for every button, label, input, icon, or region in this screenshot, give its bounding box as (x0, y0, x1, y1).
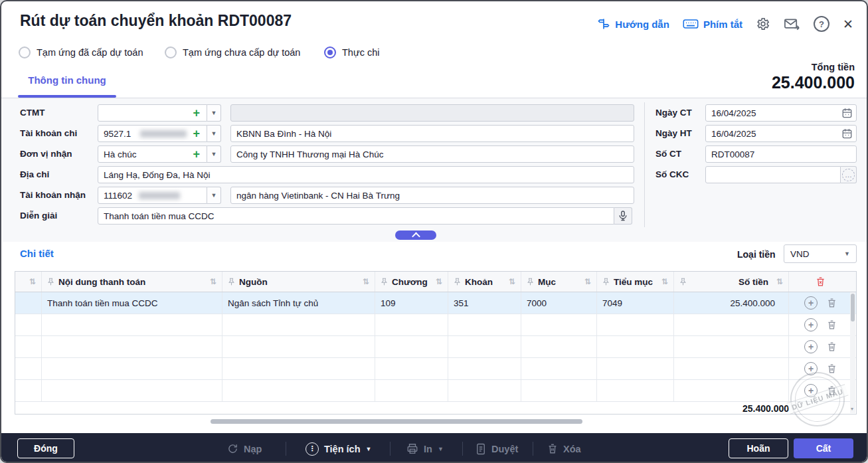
tai-khoan-chi-name-field[interactable] (230, 125, 634, 142)
send-mail-icon[interactable] (784, 17, 800, 31)
page-title: Rút dự toán chuyển khoản RDT00087 (20, 12, 292, 30)
settings-gear-icon[interactable] (756, 17, 770, 31)
add-row-icon[interactable]: + (804, 318, 818, 331)
add-row-icon[interactable]: + (804, 340, 818, 353)
sort-icon[interactable]: ⇅ (661, 277, 668, 286)
radio-circle-checked (324, 46, 336, 58)
so-ckc-field[interactable] (705, 166, 841, 183)
label-tai-khoan-chi: Tài khoản chi (20, 125, 77, 142)
dia-chi-field[interactable] (98, 166, 634, 183)
redacted-text (140, 130, 187, 138)
add-plus-icon[interactable]: + (193, 148, 200, 160)
ngay-ct-field[interactable] (705, 104, 857, 122)
delete-button[interactable]: Xóa (547, 433, 581, 463)
sort-icon[interactable]: ⇅ (509, 277, 515, 286)
shortcuts-link[interactable]: Phím tắt (683, 17, 742, 31)
pin-icon (381, 278, 388, 286)
vertical-scrollbar[interactable]: ▾ (850, 292, 855, 413)
cell-chuong[interactable]: 109 (375, 292, 448, 314)
ctmt-input[interactable] (98, 104, 207, 122)
horizontal-scrollbar-thumb[interactable] (211, 419, 582, 424)
sort-icon[interactable]: ⇅ (363, 277, 369, 286)
help-icon[interactable]: ? (814, 16, 829, 32)
sort-icon[interactable]: ⇅ (776, 277, 783, 286)
utilities-button[interactable]: ⋮ Tiện ích ▼ (305, 433, 371, 463)
guide-link[interactable]: Hướng dẫn (597, 17, 669, 31)
sort-icon[interactable]: ⇅ (436, 277, 442, 286)
table-row[interactable]: Thanh toán tiền mua CCDC Ngân sách Tỉnh … (15, 292, 856, 314)
don-vi-nhan-input[interactable] (98, 145, 207, 163)
so-ckc-picker-button[interactable]: … (841, 166, 857, 183)
pin-icon (602, 278, 610, 286)
vertical-scrollbar-thumb[interactable] (851, 294, 855, 322)
header-cell-noi-dung[interactable]: Nội dung thanh toán⇅ (42, 272, 222, 292)
cell-nguon[interactable]: Ngân sách Tỉnh tự chủ (222, 292, 375, 314)
save-button[interactable]: Cất (794, 438, 853, 458)
printer-icon (406, 443, 418, 454)
chevron-down-icon: ▼ (211, 110, 217, 116)
so-ct-field[interactable] (705, 145, 857, 163)
cell-noi-dung[interactable]: Thanh toán tiền mua CCDC (42, 292, 222, 314)
ngay-ht-group (705, 125, 857, 142)
header-cell-muc[interactable]: Mục⇅ (521, 272, 597, 292)
dien-giai-group (98, 207, 632, 225)
calendar-icon[interactable] (842, 128, 852, 139)
cell-tieu-muc[interactable]: 7049 (597, 292, 674, 314)
add-plus-icon[interactable]: + (193, 107, 200, 119)
header-cell-tieu-muc[interactable]: Tiểu mục⇅ (597, 272, 674, 292)
radio-thuc-chi[interactable]: Thực chi (324, 46, 379, 58)
cell-muc[interactable]: 7000 (521, 292, 597, 314)
document-icon (476, 443, 486, 455)
delete-row-icon[interactable] (827, 363, 837, 374)
radio-circle (19, 46, 31, 58)
header-cell-actions[interactable] (789, 272, 852, 292)
sort-icon[interactable]: ⇅ (210, 277, 217, 286)
print-button[interactable]: In ▼ (406, 433, 444, 463)
delete-all-icon (816, 276, 825, 287)
header-cell-so-tien[interactable]: Số tiền⇅ (674, 272, 789, 292)
sort-icon[interactable]: ⇅ (29, 277, 36, 286)
tai-khoan-chi-dropdown-button[interactable]: ▼ (207, 125, 221, 142)
delete-row-icon[interactable] (827, 341, 837, 352)
header-cell-khoan[interactable]: Khoản⇅ (448, 272, 521, 292)
tai-khoan-nhan-dropdown-button[interactable]: ▼ (207, 187, 221, 204)
table-row-empty[interactable]: + (15, 380, 856, 402)
close-button[interactable]: Đóng (17, 438, 74, 458)
postpone-button[interactable]: Hoãn (729, 438, 788, 458)
tai-khoan-nhan-name-field[interactable] (230, 187, 634, 204)
header-cell-nguon[interactable]: Nguồn⇅ (222, 272, 375, 292)
ngay-ht-field[interactable] (705, 125, 857, 142)
ctmt-dropdown-button[interactable]: ▼ (207, 104, 221, 122)
header-cell-index[interactable]: ⇅ (15, 272, 42, 292)
currency-select[interactable]: VND ▼ (784, 244, 857, 263)
cell-khoan[interactable]: 351 (448, 292, 521, 314)
microphone-button[interactable] (614, 207, 632, 225)
don-vi-nhan-dropdown-button[interactable]: ▼ (207, 145, 221, 163)
currency-label: Loại tiền (737, 249, 776, 260)
header-cell-chuong[interactable]: Chương⇅ (375, 272, 448, 292)
tab-thong-tin-chung[interactable]: Thông tin chung (18, 74, 116, 86)
calendar-icon[interactable] (842, 108, 852, 118)
close-icon[interactable]: ✕ (843, 18, 853, 31)
radio-tam-ung-da-cap[interactable]: Tạm ứng đã cấp dự toán (19, 46, 143, 58)
table-row-empty[interactable]: + (15, 358, 856, 380)
dien-giai-field[interactable] (98, 207, 614, 225)
collapse-panel-button[interactable] (395, 231, 436, 240)
don-vi-nhan-name-field[interactable] (230, 145, 634, 163)
label-dia-chi: Địa chỉ (20, 166, 49, 183)
table-row-empty[interactable]: + (15, 336, 856, 358)
delete-row-icon[interactable] (827, 320, 837, 330)
sort-icon[interactable]: ⇅ (584, 277, 591, 286)
detail-table: ⇅ Nội dung thanh toán⇅ Nguồn⇅ Chương⇅ Kh… (15, 271, 857, 415)
footer-divider (390, 442, 391, 456)
approve-button[interactable]: Duyệt (476, 433, 518, 463)
add-row-icon[interactable]: + (804, 296, 818, 310)
table-row-empty[interactable]: + (15, 314, 856, 336)
radio-tam-ung-chua-cap[interactable]: Tạm ứng chưa cấp dự toán (165, 46, 300, 58)
delete-row-icon[interactable] (827, 298, 837, 308)
cell-so-tien[interactable]: 25.400.000 (674, 292, 789, 314)
add-plus-icon[interactable]: + (193, 128, 200, 139)
label-don-vi-nhan: Đơn vị nhận (20, 145, 72, 163)
reload-button[interactable]: Nạp (227, 433, 262, 463)
scrollbar-down-arrow-icon[interactable]: ▾ (851, 406, 853, 412)
